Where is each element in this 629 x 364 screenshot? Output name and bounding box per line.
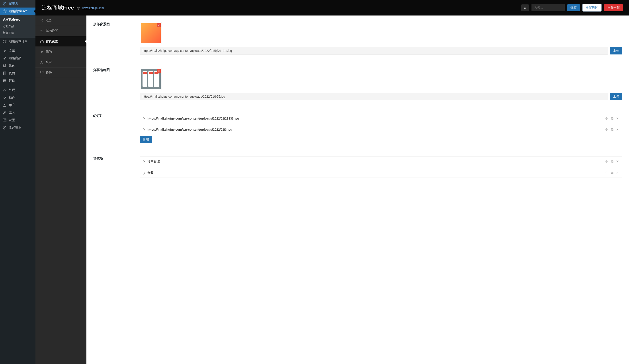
add-slide-button[interactable]: 新增 [140, 136, 152, 143]
tab-label: 概要 [46, 19, 52, 23]
wp-menu-orders[interactable]: 追格商城订单 [0, 38, 35, 45]
wp-menu-plugins[interactable]: 插件 [0, 94, 35, 101]
brush-icon [3, 88, 7, 92]
field-nav: 导航项 ❯ 订单管理 ❯ 女装 [86, 150, 629, 186]
wp-menu-comments[interactable]: 评论 [0, 77, 35, 85]
settings-tabs: 概要基础设置首页设置我的登录备份 [35, 15, 86, 364]
repeater-title: 女装 [147, 171, 603, 175]
wp-menu-appearance[interactable]: 外观 [0, 86, 35, 94]
copy-icon[interactable] [611, 171, 614, 175]
wp-submenu-item[interactable]: 追格商城Free [0, 16, 35, 23]
tab-label: 登录 [46, 60, 52, 64]
gear-icon [3, 39, 7, 43]
wp-menu-tools[interactable]: 工具 [0, 109, 35, 116]
svg-rect-18 [611, 160, 613, 162]
move-icon[interactable] [605, 171, 608, 175]
move-icon[interactable] [605, 128, 608, 131]
repeater-item[interactable]: ❯ 订单管理 [140, 157, 622, 166]
svg-point-8 [41, 30, 42, 31]
wp-submenu-item[interactable]: 追格产品 [0, 23, 35, 30]
tab-home[interactable]: 首页设置 [35, 36, 86, 47]
svg-rect-13 [612, 118, 613, 120]
dashboard-icon [3, 2, 7, 6]
field-share-thumb: 分享缩略图 ✕ 上传 [86, 61, 629, 107]
reset-section-button[interactable]: 重置选区 [583, 4, 602, 11]
user-plus-icon [40, 60, 43, 64]
by-label: by [76, 6, 80, 9]
repeater-item[interactable]: ❯ https://mall.zhuige.com/wp-content/upl… [140, 125, 622, 134]
close-icon[interactable] [616, 128, 619, 131]
field-label: 导航项 [93, 157, 133, 180]
copy-icon[interactable] [611, 117, 614, 120]
svg-point-11 [42, 51, 43, 52]
wp-menu-goods[interactable]: 追格商品 [0, 54, 35, 62]
field-label: 顶部背景图 [93, 22, 133, 54]
menu-label: 追格商城订单 [9, 39, 27, 43]
close-icon[interactable] [616, 160, 619, 163]
wp-submenu-item[interactable]: 新版下载 [0, 30, 35, 36]
copy-icon[interactable] [611, 128, 614, 131]
svg-point-10 [41, 51, 42, 52]
field-slides: 幻灯片 ❯ https://mall.zhuige.com/wp-content… [86, 107, 629, 150]
tab-my[interactable]: 我的 [35, 47, 86, 57]
field-label: 分享缩略图 [93, 68, 133, 100]
gear-icon [3, 9, 7, 13]
svg-point-2 [5, 65, 6, 66]
user-icon [3, 103, 7, 107]
menu-label: 收起菜单 [9, 126, 21, 130]
image-url-input[interactable] [140, 47, 608, 54]
menu-label: 评论 [9, 79, 15, 83]
search-input[interactable] [531, 4, 565, 11]
svg-point-5 [4, 104, 5, 105]
svg-rect-19 [612, 173, 613, 174]
media-icon [3, 64, 7, 68]
wp-menu-pages[interactable]: 页面 [0, 70, 35, 77]
close-icon[interactable] [616, 171, 619, 175]
upload-button[interactable]: 上传 [610, 47, 622, 54]
wp-menu-dashboard[interactable]: 仪表盘 [0, 0, 35, 7]
move-icon[interactable] [605, 117, 608, 120]
wp-menu-collapse[interactable]: 收起菜单 [0, 124, 35, 132]
tab-login[interactable]: 登录 [35, 57, 86, 68]
settings-content: 顶部背景图 ✕ 上传 分享缩略图 [86, 15, 629, 364]
copy-icon[interactable] [611, 160, 614, 163]
panel-toggle-icon[interactable] [521, 4, 529, 11]
page-icon [3, 71, 7, 75]
author-link[interactable]: www.zhuige.com [82, 6, 104, 9]
remove-image-icon[interactable]: ✕ [157, 23, 161, 27]
svg-rect-16 [611, 128, 613, 130]
menu-label: 追格商城Free [9, 9, 28, 13]
wp-menu-zhuige-free[interactable]: 追格商城Free [0, 7, 35, 15]
users-icon [40, 50, 43, 54]
tab-basic[interactable]: 基础设置 [35, 26, 86, 36]
save-button[interactable]: 保存 [567, 4, 580, 11]
wp-menu-media[interactable]: 媒体 [0, 62, 35, 70]
svg-rect-17 [612, 161, 613, 163]
wp-menu-posts[interactable]: 文章 [0, 47, 35, 54]
tab-overview[interactable]: 概要 [35, 15, 86, 26]
tab-backup[interactable]: 备份 [35, 68, 86, 78]
image-url-input[interactable] [140, 93, 608, 100]
wp-menu-users[interactable]: 用户 [0, 101, 35, 109]
move-icon[interactable] [605, 160, 608, 163]
chevron-right-icon: ❯ [143, 171, 145, 175]
remove-image-icon[interactable]: ✕ [157, 69, 161, 73]
chevron-right-icon: ❯ [143, 128, 145, 131]
tab-label: 基础设置 [46, 29, 58, 33]
reset-all-button[interactable]: 重置全部 [604, 4, 623, 11]
close-icon[interactable] [616, 117, 619, 120]
tab-label: 备份 [46, 71, 52, 75]
wp-menu-settings[interactable]: 设置 [0, 116, 35, 124]
svg-rect-4 [3, 72, 6, 75]
upload-button[interactable]: 上传 [610, 93, 622, 100]
repeater-item[interactable]: ❯ 女装 [140, 168, 622, 178]
chevron-right-icon: ❯ [143, 117, 145, 120]
plug-icon [3, 96, 7, 100]
menu-label: 设置 [9, 118, 15, 122]
menu-label: 追格商品 [9, 56, 21, 60]
svg-point-7 [3, 126, 6, 129]
repeater-title: https://mall.zhuige.com/wp-content/uploa… [147, 117, 603, 120]
repeater-item[interactable]: ❯ https://mall.zhuige.com/wp-content/upl… [140, 114, 622, 123]
svg-point-9 [42, 31, 43, 32]
comment-icon [3, 79, 7, 83]
